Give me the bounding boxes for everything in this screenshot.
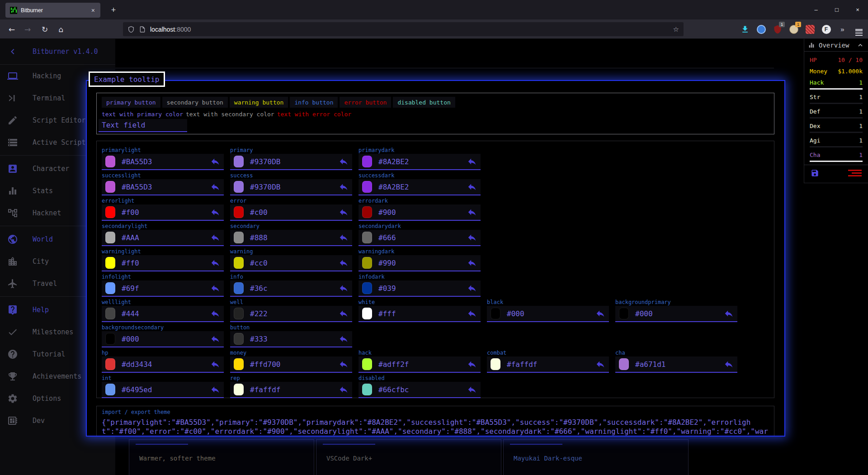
color-hex-value[interactable]: #36c (250, 284, 339, 293)
color-value-field[interactable]: #666 (359, 230, 481, 246)
color-swatch[interactable] (234, 333, 244, 345)
color-value-field[interactable]: #333 (230, 331, 352, 347)
page-info-icon[interactable] (139, 26, 146, 33)
color-value-field[interactable]: #444 (102, 306, 224, 322)
theme-card[interactable]: VSCode Dark+ (316, 439, 501, 475)
undo-color-icon[interactable] (210, 207, 220, 217)
color-value-field[interactable]: #990 (359, 255, 481, 271)
color-swatch[interactable] (105, 308, 115, 319)
preview-button[interactable]: info button (290, 97, 338, 108)
undo-color-icon[interactable] (210, 309, 220, 318)
color-value-field[interactable]: #000 (487, 306, 609, 322)
preview-button[interactable]: error button (340, 97, 391, 108)
undo-color-icon[interactable] (339, 157, 349, 166)
undo-color-icon[interactable] (210, 359, 220, 369)
color-value-field[interactable]: #900 (359, 204, 481, 221)
color-hex-value[interactable]: #BA55D3 (122, 157, 210, 166)
undo-color-icon[interactable] (467, 258, 477, 268)
undo-color-icon[interactable] (467, 207, 477, 217)
undo-color-icon[interactable] (339, 385, 349, 394)
color-swatch[interactable] (362, 156, 372, 167)
color-value-field[interactable]: #a671d1 (615, 356, 737, 373)
color-value-field[interactable]: #8A2BE2 (359, 154, 481, 170)
color-value-field[interactable]: #dd3434 (102, 356, 224, 373)
overview-panel[interactable]: Overview HP 10 / 10 Money $1.000k Hack (804, 39, 868, 183)
color-swatch[interactable] (105, 156, 115, 167)
color-hex-value[interactable]: #cc0 (250, 259, 339, 267)
color-hex-value[interactable]: #BA55D3 (122, 183, 210, 191)
color-value-field[interactable]: #8A2BE2 (359, 179, 481, 195)
undo-color-icon[interactable] (339, 258, 349, 268)
tab-close-icon[interactable]: × (90, 7, 96, 14)
home-icon[interactable]: ⌂ (55, 23, 67, 36)
privacy-extension-icon[interactable] (755, 24, 767, 35)
color-value-field[interactable]: #039 (359, 280, 481, 297)
color-swatch[interactable] (362, 308, 372, 319)
undo-color-icon[interactable] (210, 334, 220, 344)
url-text[interactable]: localhost:8000 (150, 26, 673, 33)
color-swatch[interactable] (362, 384, 372, 395)
shield-icon[interactable] (127, 26, 135, 33)
preview-text-field[interactable] (99, 119, 187, 132)
color-hex-value[interactable]: #444 (122, 309, 210, 318)
color-hex-value[interactable]: #f00 (122, 208, 210, 217)
color-swatch[interactable] (234, 384, 244, 395)
color-swatch[interactable] (619, 308, 629, 319)
color-swatch[interactable] (491, 358, 500, 370)
color-swatch[interactable] (234, 156, 244, 167)
color-value-field[interactable]: #faffdf (230, 382, 352, 398)
color-hex-value[interactable]: #666 (378, 233, 467, 242)
new-tab-button[interactable]: + (108, 4, 119, 16)
color-hex-value[interactable]: #000 (635, 309, 724, 318)
color-value-field[interactable]: #ff0 (102, 255, 224, 271)
download-icon[interactable] (739, 24, 750, 35)
color-value-field[interactable]: #9370DB (230, 154, 352, 170)
color-swatch[interactable] (105, 206, 115, 218)
preview-button[interactable]: secondary button (162, 97, 228, 108)
color-hex-value[interactable]: #000 (122, 335, 210, 343)
url-bar[interactable]: localhost:8000 ☆ (123, 22, 684, 36)
undo-color-icon[interactable] (467, 157, 477, 166)
undo-color-icon[interactable] (339, 182, 349, 192)
color-hex-value[interactable]: #c00 (250, 208, 339, 217)
color-value-field[interactable]: #000 (615, 306, 737, 322)
color-hex-value[interactable]: #fff (378, 309, 467, 318)
color-swatch[interactable] (362, 282, 372, 294)
color-swatch[interactable] (362, 358, 372, 370)
close-button[interactable]: × (847, 0, 868, 19)
color-hex-value[interactable]: #8A2BE2 (378, 183, 467, 191)
color-value-field[interactable]: #888 (230, 230, 352, 246)
bookmark-star-icon[interactable]: ☆ (673, 25, 679, 33)
color-value-field[interactable]: #9370DB (230, 179, 352, 195)
collapse-sidebar-icon[interactable] (7, 46, 18, 57)
undo-color-icon[interactable] (724, 309, 734, 318)
undo-color-icon[interactable] (595, 309, 605, 318)
undo-color-icon[interactable] (339, 233, 349, 242)
color-value-field[interactable]: #69f (102, 280, 224, 297)
color-value-field[interactable]: #BA55D3 (102, 179, 224, 195)
color-swatch[interactable] (234, 358, 244, 370)
color-hex-value[interactable]: #faffdf (250, 385, 339, 394)
color-hex-value[interactable]: #ff0 (122, 259, 210, 267)
undo-color-icon[interactable] (339, 309, 349, 318)
color-hex-value[interactable]: #dd3434 (122, 360, 210, 369)
color-value-field[interactable]: #6495ed (102, 382, 224, 398)
color-hex-value[interactable]: #900 (378, 208, 467, 217)
undo-color-icon[interactable] (595, 359, 605, 369)
browser-tab[interactable]: Bitburner × (5, 3, 100, 18)
sidebar-header[interactable]: Bitburner v1.4.0 (0, 39, 115, 65)
color-swatch[interactable] (234, 232, 244, 243)
back-icon[interactable]: ← (5, 23, 18, 36)
color-swatch[interactable] (491, 308, 500, 319)
color-swatch[interactable] (234, 308, 244, 319)
color-value-field[interactable]: #AAA (102, 230, 224, 246)
overview-header[interactable]: Overview (804, 39, 868, 52)
undo-color-icon[interactable] (210, 385, 220, 394)
color-hex-value[interactable]: #a671d1 (635, 360, 724, 369)
import-export-json[interactable]: {"primarylight":"#BA55D3","primary":"#93… (102, 418, 770, 437)
menu-icon[interactable] (853, 24, 864, 35)
color-swatch[interactable] (234, 181, 244, 193)
undo-color-icon[interactable] (210, 258, 220, 268)
color-hex-value[interactable]: #222 (250, 309, 339, 318)
color-hex-value[interactable]: #faffdf (507, 360, 595, 369)
